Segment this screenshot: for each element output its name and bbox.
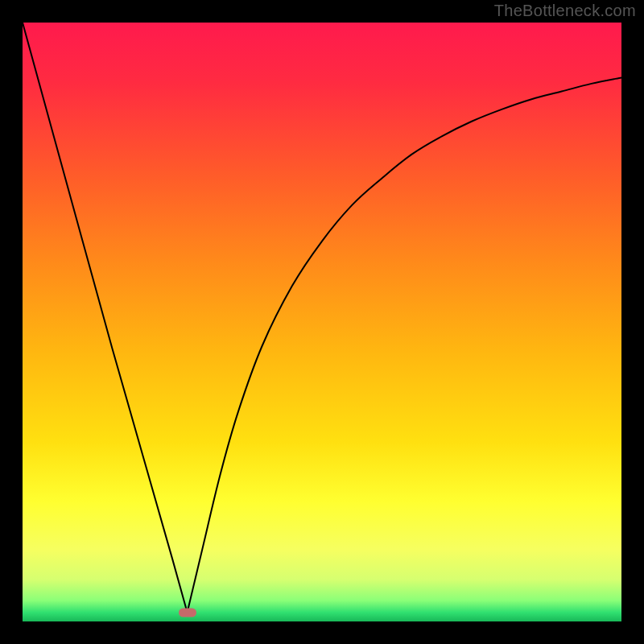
- plot-svg: [23, 23, 621, 621]
- gradient-background: [23, 23, 621, 621]
- watermark-text: TheBottleneck.com: [494, 2, 636, 20]
- chart-frame: TheBottleneck.com: [0, 0, 644, 644]
- optimum-marker: [179, 608, 196, 617]
- plot-area: [23, 23, 621, 621]
